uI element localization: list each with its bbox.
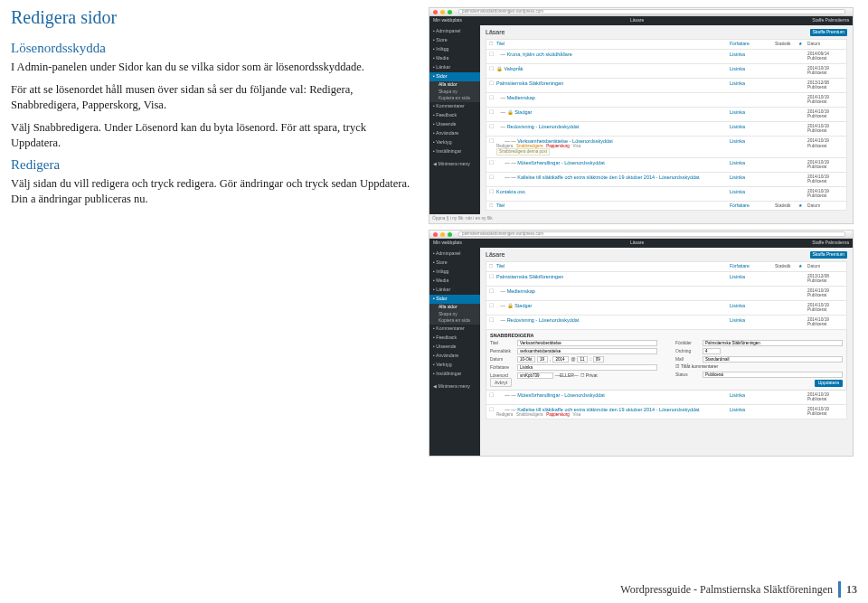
qe-update-button[interactable]: Uppdatera	[815, 380, 843, 387]
page-list-row[interactable]: ☐ — Medlemskap2014/10/19Publicerat	[486, 93, 847, 108]
qe-min-input[interactable]	[593, 356, 604, 363]
page-list-row[interactable]: ☐ — 🔒 StadgarLisinka2014/10/19Publicerat	[486, 108, 847, 122]
qe-template-label: Mall	[675, 357, 701, 363]
qe-parent-select[interactable]	[703, 340, 843, 346]
qe-title-input[interactable]	[517, 340, 657, 346]
sidebar-item[interactable]: ▪ Utseende	[429, 120, 480, 129]
page-list-row[interactable]: ☐Kontakta ossLisinka2014/10/19Publicerat	[486, 187, 847, 202]
sidebar-item[interactable]: ▪ Kommentarer	[429, 102, 480, 111]
sidebar-item[interactable]: ▪ Store	[429, 259, 480, 268]
sidebar-item[interactable]: ▪ Media	[429, 277, 480, 286]
sidebar-subitem[interactable]: Alla sidor	[429, 81, 480, 89]
sidebar-item[interactable]: ▪ Sidor	[429, 72, 480, 81]
sidebar-subitem[interactable]: Skapa ny	[429, 311, 480, 318]
sidebar-item[interactable]: ▪ Adminpanel	[429, 250, 480, 259]
zoom-icon[interactable]	[448, 232, 452, 237]
page-list-row[interactable]: ☐ — 🔒 StadgarLisinka2014/10/19Publicerat	[486, 301, 847, 316]
sidebar-item[interactable]: ▪ Feedback	[429, 334, 480, 343]
wp-admin-bar: Min webbplats Läsare Staffe Palmstierna	[429, 239, 853, 248]
window-titlebar: palmstiernskaslaktforeningen.wordpress.c…	[429, 8, 853, 16]
qe-author-input[interactable]	[517, 364, 657, 371]
section-redigera-heading: Redigera	[11, 157, 418, 173]
sidebar-item[interactable]: ▪ Inlägg	[429, 45, 480, 54]
page-list-row[interactable]: ☐ — — Verksamhetsberättelse - Lösenordss…	[486, 137, 847, 158]
page-title: Redigera sidor	[11, 7, 418, 28]
wp-sidebar: ▪ Adminpanel▪ Store▪ Inlägg▪ Media▪ Länk…	[429, 248, 480, 456]
sidebar-item[interactable]: ▪ Store	[429, 36, 480, 45]
qe-password-input[interactable]	[517, 372, 553, 379]
sidebar-subitem[interactable]: Kopiera en sida	[429, 317, 480, 325]
content-title: Läsare	[486, 29, 505, 36]
sidebar-item[interactable]: ▪ Sidor	[429, 295, 480, 304]
zoom-icon[interactable]	[448, 10, 452, 14]
page-list-row[interactable]: ☐ — Medlemskap2014/10/19Publicerat	[486, 287, 847, 301]
qe-or-label: —ELLER—	[555, 373, 579, 379]
sidebar-item[interactable]: ▪ Inställningar	[429, 147, 480, 156]
qe-order-label: Ordning	[675, 349, 701, 354]
qe-hour-input[interactable]	[577, 356, 588, 363]
section-losenord-heading: Lösenordsskydda	[11, 41, 418, 56]
sidebar-item[interactable]: ▪ Inställningar	[429, 370, 480, 379]
col-title: Titel	[496, 203, 730, 209]
close-icon[interactable]	[433, 232, 438, 237]
page-list-row[interactable]: ☐ — Redovisning - LösenordsskyddatLisink…	[486, 316, 847, 330]
sidebar-item[interactable]: ▪ Inlägg	[429, 268, 480, 277]
minimize-icon[interactable]	[440, 232, 445, 237]
sidebar-item[interactable]: ▪ Verktyg	[429, 138, 480, 147]
page-list-row[interactable]: ☐ — — Mötesförhandlingar - Lösenordsskyd…	[486, 391, 847, 405]
qe-order-input[interactable]	[703, 348, 721, 354]
page-list-row[interactable]: ☐ — — Kallelse till släktkaffe och extra…	[486, 405, 847, 419]
qe-status-select[interactable]	[703, 372, 843, 378]
site-label[interactable]: Min webbplats	[433, 240, 462, 246]
sidebar-item[interactable]: ▪ Feedback	[429, 111, 480, 120]
qe-day-input[interactable]	[537, 356, 548, 363]
address-bar[interactable]: palmstiernskaslaktforeningen.wordpress.c…	[458, 231, 845, 237]
page-footer: Wordpressguide - Palmstiernska Släktföre…	[620, 581, 857, 598]
page-list-row[interactable]: ☐ — Redovisning - LösenordsskyddatLisink…	[486, 122, 847, 137]
sidebar-item[interactable]: ▪ Verktyg	[429, 361, 480, 370]
sidebar-item[interactable]: ▪ Media	[429, 54, 480, 63]
qe-private-checkbox[interactable]: ☐	[580, 373, 584, 379]
sidebar-minimize[interactable]: ◀ Minimera meny	[429, 160, 480, 169]
qe-comments-checkbox[interactable]: ☑	[675, 364, 679, 370]
page-list-row[interactable]: ☐ — — Kallelse till släktkaffe och extra…	[486, 173, 847, 187]
window-titlebar: palmstiernskaslaktforeningen.wordpress.c…	[429, 231, 853, 239]
qe-month-input[interactable]	[517, 356, 535, 363]
qe-cancel-button[interactable]: Avbryt	[490, 378, 512, 387]
footer-text: Wordpressguide - Palmstiernska Släktföre…	[620, 583, 833, 597]
sidebar-item[interactable]: ▪ Användare	[429, 352, 480, 361]
close-icon[interactable]	[433, 10, 438, 14]
minimize-icon[interactable]	[440, 10, 445, 14]
page-list-row[interactable]: ☐Palmstiernska SläktföreningenLisinka201…	[486, 79, 847, 93]
wp-admin-bar: Min webbplats Läsare Staffe Palmstierna	[429, 16, 853, 25]
user-label[interactable]: Staffe Palmstierna	[812, 240, 849, 246]
site-label[interactable]: Min webbplats	[433, 18, 462, 24]
quick-edit-panel: SNABBREDIGERA Titel Permalänk Datum ,	[486, 330, 847, 391]
qe-template-select[interactable]	[703, 356, 843, 363]
sidebar-item[interactable]: ▪ Adminpanel	[429, 27, 480, 36]
wp-sidebar: ▪ Adminpanel▪ Store▪ Inlägg▪ Media▪ Länk…	[429, 25, 480, 214]
page-list-row[interactable]: ☐🔒 ValspråkLisinka2014/10/19Publicerat	[486, 64, 847, 79]
losenord-p1: I Admin-panelen under Sidor kan du se vi…	[11, 60, 418, 75]
sidebar-subitem[interactable]: Kopiera en sida	[429, 95, 480, 102]
sidebar-item[interactable]: ▪ Användare	[429, 129, 480, 138]
premium-button[interactable]: Skaffa Premium	[810, 251, 847, 259]
premium-button[interactable]: Skaffa Premium	[810, 29, 847, 36]
sidebar-item[interactable]: ▪ Utseende	[429, 343, 480, 352]
address-bar[interactable]: palmstiernskaslaktforeningen.wordpress.c…	[458, 9, 845, 14]
sidebar-item[interactable]: ▪ Länkar	[429, 286, 480, 295]
sidebar-item[interactable]: ▪ Länkar	[429, 63, 480, 72]
sidebar-minimize[interactable]: ◀ Minimera meny	[429, 382, 480, 391]
quick-edit-heading: SNABBREDIGERA	[490, 333, 843, 338]
sidebar-subitem[interactable]: Skapa ny	[429, 89, 480, 96]
qe-year-input[interactable]	[552, 356, 569, 363]
qe-slug-input[interactable]	[517, 348, 657, 354]
page-list-row[interactable]: ☐ — — Mötesförhandlingar - Lösenordsskyd…	[486, 158, 847, 173]
qe-comments-label: Tillåt kommentarer	[681, 364, 718, 370]
page-list-row[interactable]: ☐ — Krona, hjälm och sköldhållareLisinka…	[486, 50, 847, 64]
footer-divider	[838, 581, 841, 598]
sidebar-item[interactable]: ▪ Kommentarer	[429, 325, 480, 334]
user-label[interactable]: Staffe Palmstierna	[812, 18, 849, 24]
sidebar-subitem[interactable]: Alla sidor	[429, 304, 480, 311]
page-list-row[interactable]: ☐Palmstiernska SläktföreningenLisinka201…	[486, 272, 847, 287]
